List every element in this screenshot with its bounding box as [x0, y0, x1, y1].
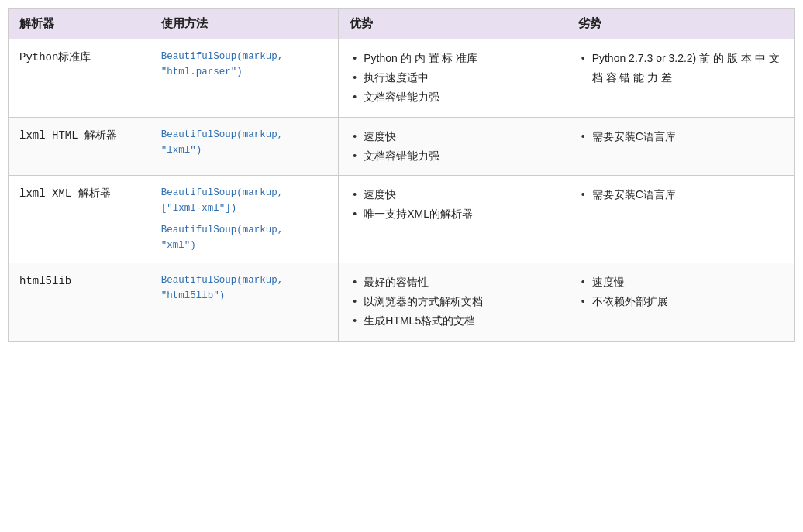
parser-name: lxml XML 解析器 [19, 187, 111, 200]
cons-cell: 需要安装C语言库 [567, 175, 794, 263]
parser-name: lxml HTML 解析器 [19, 129, 117, 142]
pros-cell: Python 的 内 置 标 准库执行速度适中文档容错能力强 [339, 39, 567, 118]
pros-item: Python 的 内 置 标 准库 [350, 49, 555, 68]
parser-comparison-table: 解析器 使用方法 优势 劣势 Python标准库BeautifulSoup(ma… [8, 8, 795, 342]
cons-cell: 需要安装C语言库 [567, 117, 794, 175]
header-cons: 劣势 [567, 9, 794, 39]
parser-name: Python标准库 [19, 51, 91, 63]
table-row: lxml HTML 解析器BeautifulSoup(markup, "lxml… [9, 117, 795, 175]
table-row: lxml XML 解析器BeautifulSoup(markup, ["lxml… [9, 175, 795, 263]
parser-name-cell: Python标准库 [9, 39, 150, 118]
usage-cell: BeautifulSoup(markup, "html.parser") [150, 39, 339, 118]
usage-cell: BeautifulSoup(markup, ["lxml-xml"])Beaut… [150, 175, 339, 263]
pros-cell: 速度快唯一支持XML的解析器 [339, 175, 567, 263]
pros-item: 执行速度适中 [350, 68, 555, 88]
cons-item: 需要安装C语言库 [578, 127, 784, 146]
cons-item: 不依赖外部扩展 [578, 292, 784, 311]
code-snippet: BeautifulSoup(markup, "html5lib") [161, 273, 328, 304]
parser-name-cell: lxml XML 解析器 [9, 175, 150, 263]
code-snippet: BeautifulSoup(markup, "html.parser") [161, 49, 328, 80]
cons-cell: 速度慢不依赖外部扩展 [567, 263, 794, 341]
parser-name-cell: lxml HTML 解析器 [9, 117, 150, 175]
table-row: Python标准库BeautifulSoup(markup, "html.par… [9, 39, 795, 118]
pros-item: 文档容错能力强 [350, 88, 555, 107]
pros-item: 以浏览器的方式解析文档 [350, 292, 555, 311]
code-snippet: BeautifulSoup(markup, ["lxml-xml"]) [161, 185, 328, 216]
table-row: html5libBeautifulSoup(markup, "html5lib"… [9, 263, 795, 341]
usage-cell: BeautifulSoup(markup, "html5lib") [150, 263, 339, 341]
code-snippet: BeautifulSoup(markup, "xml") [161, 222, 328, 253]
header-parser: 解析器 [9, 9, 150, 39]
cons-item: 需要安装C语言库 [578, 185, 784, 204]
pros-cell: 最好的容错性以浏览器的方式解析文档生成HTML5格式的文档 [339, 263, 567, 341]
header-usage: 使用方法 [150, 9, 339, 39]
pros-item: 最好的容错性 [350, 273, 555, 292]
cons-item: Python 2.7.3 or 3.2.2) 前 的 版 本 中 文 档 容 错… [578, 49, 784, 88]
header-pros: 优势 [339, 9, 567, 39]
pros-cell: 速度快文档容错能力强 [339, 117, 567, 175]
code-snippet: BeautifulSoup(markup, "lxml") [161, 127, 328, 158]
cons-cell: Python 2.7.3 or 3.2.2) 前 的 版 本 中 文 档 容 错… [567, 39, 794, 118]
parser-name-cell: html5lib [9, 263, 150, 341]
pros-item: 生成HTML5格式的文档 [350, 311, 555, 331]
pros-item: 文档容错能力强 [350, 146, 555, 166]
pros-item: 速度快 [350, 185, 555, 204]
parser-name: html5lib [19, 275, 71, 287]
pros-item: 速度快 [350, 127, 555, 146]
cons-item: 速度慢 [578, 273, 784, 292]
usage-cell: BeautifulSoup(markup, "lxml") [150, 117, 339, 175]
pros-item: 唯一支持XML的解析器 [350, 204, 555, 224]
